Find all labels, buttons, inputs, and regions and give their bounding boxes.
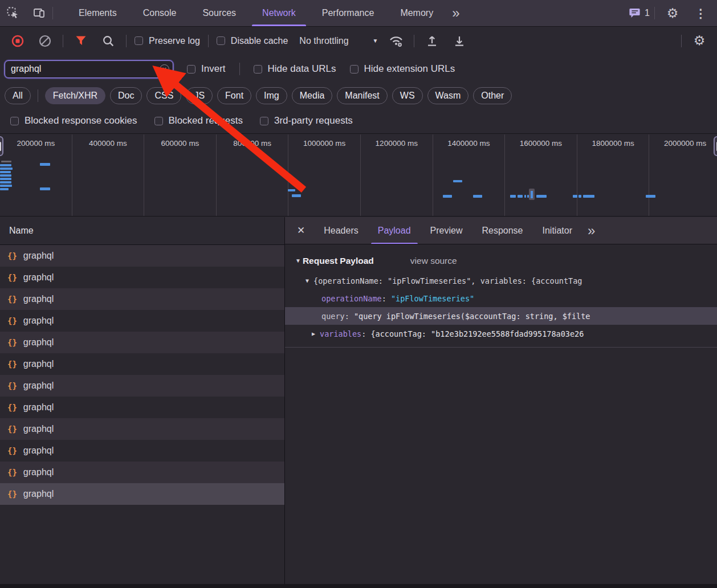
timeline-tick: 400000 ms xyxy=(72,134,145,216)
filter-chip-doc[interactable]: Doc xyxy=(110,87,142,104)
network-request-row[interactable]: {}graphql xyxy=(0,353,284,375)
payload-value: "ipFlowTimeseries" xyxy=(391,294,474,303)
json-icon: {} xyxy=(7,381,17,390)
hide-data-urls-checkbox[interactable]: Hide data URLs xyxy=(254,63,336,75)
filter-chip-css[interactable]: CSS xyxy=(146,87,181,104)
tab-performance[interactable]: Performance xyxy=(309,0,388,26)
window-bottom-edge xyxy=(0,584,717,588)
collapse-object-icon[interactable]: ▼ xyxy=(305,277,309,284)
filter-chip-ws[interactable]: WS xyxy=(392,87,423,104)
filter-chip-js[interactable]: JS xyxy=(186,87,213,104)
timeline-request-bar xyxy=(518,195,523,198)
checkbox-blocked-response-cookies[interactable]: Blocked response cookies xyxy=(10,115,137,126)
network-request-row[interactable]: {}graphql xyxy=(0,418,284,440)
timeline-request-bar xyxy=(579,195,581,198)
network-request-row[interactable]: {}graphql xyxy=(0,440,284,462)
json-icon: {} xyxy=(7,468,17,477)
checkbox-blocked-requests[interactable]: Blocked requests xyxy=(154,115,243,126)
device-toolbar-icon[interactable] xyxy=(30,3,49,23)
hide-data-urls-label: Hide data URLs xyxy=(268,63,336,75)
timeline-request-bar xyxy=(583,195,594,198)
disable-cache-checkbox[interactable]: Disable cache xyxy=(217,36,288,46)
detail-tab-initiator[interactable]: Initiator xyxy=(533,217,582,244)
3rd-party-requests-label: 3rd-party requests xyxy=(274,115,353,126)
detail-tab-preview[interactable]: Preview xyxy=(421,217,472,244)
throttling-select[interactable]: No throttling ▼ xyxy=(299,36,378,46)
timeline-request-bar xyxy=(453,180,462,182)
more-detail-tabs-icon[interactable]: » xyxy=(582,224,601,238)
view-source-link[interactable]: view source xyxy=(410,256,457,266)
network-settings-gear-icon[interactable]: ⚙ xyxy=(690,31,709,51)
filter-chip-font[interactable]: Font xyxy=(217,87,251,104)
clear-filter-icon[interactable]: ✕ xyxy=(160,64,169,74)
record-network-log-icon[interactable] xyxy=(8,31,27,51)
detail-tab-headers[interactable]: Headers xyxy=(314,217,368,244)
toolbar-divider xyxy=(239,63,240,75)
filter-funnel-icon[interactable] xyxy=(71,31,91,51)
checkbox-box xyxy=(154,117,163,125)
import-har-icon[interactable] xyxy=(422,31,442,51)
clear-network-log-icon[interactable] xyxy=(35,31,55,51)
filter-chip-media[interactable]: Media xyxy=(292,87,333,104)
devtools-window: ElementsConsoleSourcesNetworkPerformance… xyxy=(0,0,717,588)
network-request-row[interactable]: {}graphql xyxy=(0,332,284,353)
expand-icon[interactable]: ▶ xyxy=(312,330,315,337)
tab-elements[interactable]: Elements xyxy=(66,0,130,26)
payload-entry[interactable]: operationName: "ipFlowTimeseries" xyxy=(285,289,717,307)
filter-chip-fetch-xhr[interactable]: Fetch/XHR xyxy=(45,87,105,104)
timeline-request-bar xyxy=(0,164,11,166)
search-icon[interactable] xyxy=(99,31,118,51)
filter-chip-wasm[interactable]: Wasm xyxy=(427,87,469,104)
invert-checkbox[interactable]: Invert xyxy=(187,63,226,75)
timeline-request-bar xyxy=(1,161,11,162)
network-request-row[interactable]: {}graphql xyxy=(0,288,284,310)
overview-left-handle[interactable] xyxy=(0,136,3,156)
collapse-section-icon[interactable]: ▼ xyxy=(295,258,301,264)
tab-sources[interactable]: Sources xyxy=(189,0,249,26)
filter-chip-manifest[interactable]: Manifest xyxy=(337,87,387,104)
request-name: graphql xyxy=(23,337,54,348)
timeline-request-bar xyxy=(0,185,12,187)
tab-memory[interactable]: Memory xyxy=(387,0,446,26)
network-request-row[interactable]: {}graphql xyxy=(0,245,284,267)
payload-entry[interactable]: ▶variables: {accountTag: "b12e3b2192ee55… xyxy=(285,325,717,342)
inspect-element-icon[interactable] xyxy=(3,3,23,23)
network-request-row[interactable]: {}graphql xyxy=(0,267,284,288)
export-har-icon[interactable] xyxy=(450,31,469,51)
json-icon: {} xyxy=(7,251,17,260)
timeline-request-bar xyxy=(646,195,655,198)
network-request-row[interactable]: {}graphql xyxy=(0,375,284,397)
checkbox-3rd-party-requests[interactable]: 3rd-party requests xyxy=(260,115,353,126)
filter-input[interactable] xyxy=(5,60,173,78)
preserve-log-checkbox[interactable]: Preserve log xyxy=(135,36,200,46)
settings-gear-icon[interactable]: ⚙ xyxy=(663,3,682,23)
filter-row: ✕ Invert Hide data URLs Hide extension U… xyxy=(0,55,717,83)
network-request-row[interactable]: {}graphql xyxy=(0,483,284,505)
detail-tab-payload[interactable]: Payload xyxy=(368,217,421,244)
blocked-requests-label: Blocked requests xyxy=(169,115,243,126)
network-split-view: Name {}graphql{}graphql{}graphql{}graphq… xyxy=(0,217,717,588)
payload-entry[interactable]: query: "query ipFlowTimeseries($accountT… xyxy=(285,307,717,325)
network-request-row[interactable]: {}graphql xyxy=(0,397,284,418)
devtools-tabbar: ElementsConsoleSourcesNetworkPerformance… xyxy=(0,0,717,27)
payload-summary-line[interactable]: ▼ {operationName: "ipFlowTimeseries", va… xyxy=(285,272,717,289)
filter-chip-other[interactable]: Other xyxy=(473,87,512,104)
filter-chip-img[interactable]: Img xyxy=(256,87,287,104)
name-column-header[interactable]: Name xyxy=(0,217,284,245)
network-overview-timeline[interactable]: 200000 ms400000 ms600000 ms800000 ms1000… xyxy=(0,134,717,217)
network-request-row[interactable]: {}graphql xyxy=(0,310,284,332)
tab-network[interactable]: Network xyxy=(249,0,309,26)
filter-chip-all[interactable]: All xyxy=(5,87,31,104)
tab-console[interactable]: Console xyxy=(130,0,190,26)
toolbar-divider xyxy=(52,7,53,19)
overview-right-handle[interactable] xyxy=(714,136,717,156)
issues-button[interactable]: 1 xyxy=(629,8,650,18)
json-icon: {} xyxy=(7,424,17,434)
customize-menu-icon[interactable]: ⋮ xyxy=(690,7,711,19)
detail-tab-response[interactable]: Response xyxy=(472,217,532,244)
more-panels-icon[interactable]: » xyxy=(446,6,465,20)
hide-extension-urls-checkbox[interactable]: Hide extension URLs xyxy=(350,63,455,75)
close-detail-icon[interactable]: ✕ xyxy=(285,224,314,236)
network-request-row[interactable]: {}graphql xyxy=(0,462,284,483)
network-conditions-icon[interactable] xyxy=(386,31,406,51)
